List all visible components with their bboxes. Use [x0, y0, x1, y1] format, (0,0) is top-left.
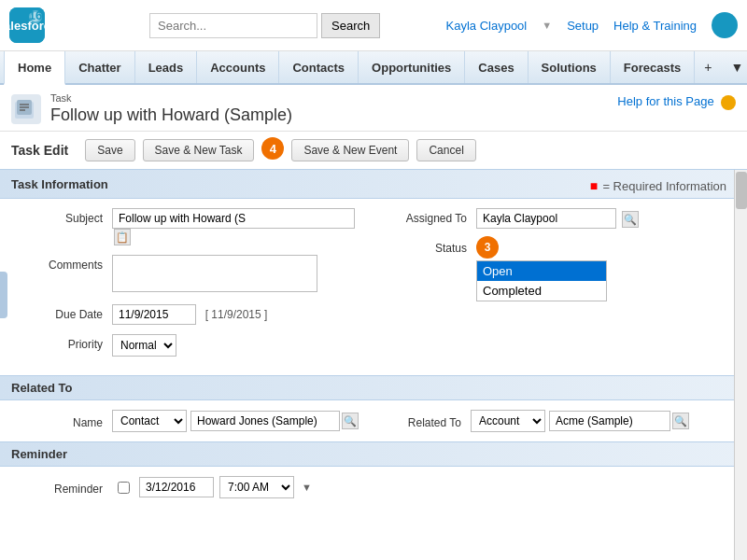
name-label: Name: [19, 413, 112, 429]
nav-item-solutions[interactable]: Solutions: [529, 51, 611, 83]
save-button[interactable]: Save: [85, 139, 134, 161]
page-content: Task Follow up with Howard (Sample) Help…: [0, 85, 747, 560]
nav-item-home[interactable]: Home: [4, 51, 65, 85]
related-to-group: Related To Account 🔍: [377, 410, 689, 432]
form-col-right: Assigned To 🔍 Status 3 Open Completed: [364, 208, 728, 366]
name-group: Name Contact 🔍: [19, 410, 359, 432]
task-info-section-bar: Task Information ■ = Required Informatio…: [0, 169, 747, 199]
related-type-select[interactable]: Account: [471, 410, 545, 432]
form-col-left: Subject 📋 Comments Due Date [ 11/9/2015 …: [19, 208, 364, 366]
due-date-input[interactable]: [112, 304, 196, 325]
nav-chevron-button[interactable]: ▼: [721, 51, 747, 83]
task-info-form: Subject 📋 Comments Due Date [ 11/9/2015 …: [0, 199, 747, 375]
user-avatar: [712, 12, 738, 38]
setup-link[interactable]: Setup: [567, 19, 599, 33]
name-type-select[interactable]: Contact: [112, 410, 187, 432]
priority-row: Priority Normal: [19, 334, 364, 357]
logo-area: salesforce 16: [9, 7, 140, 43]
nav-item-contacts[interactable]: Contacts: [279, 51, 359, 83]
cancel-button[interactable]: Cancel: [416, 139, 475, 161]
status-option-completed[interactable]: Completed: [477, 281, 606, 301]
nav-bar: Home Chatter Leads Accounts Contacts Opp…: [0, 51, 747, 85]
comments-textarea[interactable]: [112, 255, 317, 292]
status-row: Status 3 Open Completed: [383, 238, 728, 301]
reminder-time-select[interactable]: 7:00 AM: [219, 476, 294, 498]
required-info: ■ = Required Information: [590, 178, 736, 193]
nav-item-opportunities[interactable]: Opportunities: [359, 51, 465, 83]
due-date-value: [ 11/9/2015 ]: [112, 304, 364, 325]
user-name[interactable]: Kayla Claypool: [446, 19, 528, 33]
due-date-bracket: [ 11/9/2015 ]: [205, 308, 268, 321]
status-listbox[interactable]: Open Completed: [476, 260, 607, 301]
search-button[interactable]: Search: [321, 13, 380, 38]
priority-select[interactable]: Normal: [112, 334, 176, 357]
reminder-section-bar: Reminder: [0, 441, 747, 467]
reminder-date-input[interactable]: [139, 477, 214, 497]
reminder-time-chevron[interactable]: ▼: [302, 482, 312, 493]
related-to-section-bar: Related To: [0, 375, 747, 400]
help-icon: [721, 95, 736, 110]
header-right: Kayla Claypool ▼ Setup Help & Training: [446, 12, 738, 38]
related-to-form: Name Contact 🔍 Related To Account 🔍: [0, 400, 747, 441]
reminder-label: Reminder: [19, 479, 112, 496]
scroll-thumb[interactable]: [736, 172, 747, 209]
subject-row: Subject 📋: [19, 208, 364, 245]
related-to-label: Related To: [377, 413, 471, 429]
assigned-to-row: Assigned To 🔍: [383, 208, 728, 229]
subject-lookup-icon[interactable]: 📋: [114, 229, 131, 245]
nav-item-forecasts[interactable]: Forecasts: [611, 51, 695, 83]
subject-label: Subject: [19, 208, 112, 225]
task-edit-label: Task Edit: [11, 143, 68, 158]
save-new-event-button[interactable]: Save & New Event: [291, 139, 409, 161]
name-input[interactable]: [190, 411, 340, 431]
related-value-input[interactable]: [549, 411, 670, 431]
assigned-to-label: Assigned To: [383, 208, 476, 225]
nav-item-leads[interactable]: Leads: [135, 51, 198, 83]
status-label: Status: [383, 238, 476, 255]
page-main-title: Follow up with Howard (Sample): [50, 105, 292, 125]
comments-label: Comments: [19, 255, 112, 272]
related-lookup-icon[interactable]: 🔍: [672, 413, 689, 429]
subject-value: 📋: [112, 208, 364, 245]
badge-4: 4: [261, 137, 284, 160]
reminder-form: Reminder 7:00 AM ▼: [0, 467, 747, 508]
name-lookup-icon[interactable]: 🔍: [342, 413, 359, 429]
breadcrumb: Task: [50, 92, 292, 104]
task-info-title: Task Information: [11, 177, 108, 191]
side-indicator: [0, 272, 7, 318]
badge-3: 3: [476, 236, 499, 259]
salesforce-logo-icon: salesforce 16: [9, 7, 45, 43]
top-header: salesforce 16 Search Kayla Claypool ▼ Se…: [0, 0, 747, 51]
nav-item-accounts[interactable]: Accounts: [197, 51, 279, 83]
reminder-checkbox[interactable]: [118, 482, 130, 494]
related-to-title: Related To: [11, 381, 73, 395]
nav-plus-button[interactable]: +: [695, 51, 721, 83]
nav-item-chatter[interactable]: Chatter: [65, 51, 135, 83]
status-option-open[interactable]: Open: [477, 261, 606, 281]
required-star: ■: [590, 178, 598, 193]
comments-row: Comments: [19, 255, 364, 295]
comments-value: [112, 255, 364, 295]
help-page-link[interactable]: Help for this Page: [617, 94, 736, 110]
reminder-title: Reminder: [11, 447, 67, 461]
priority-label: Priority: [19, 334, 112, 351]
page-title-area: Task Follow up with Howard (Sample) Help…: [0, 85, 747, 132]
assigned-to-input[interactable]: [476, 208, 616, 229]
help-training-link[interactable]: Help & Training: [613, 19, 697, 33]
status-value: 3 Open Completed: [476, 238, 728, 301]
search-input[interactable]: [149, 13, 317, 38]
task-edit-header: Task Edit Save Save & New Task 4 Save & …: [0, 132, 747, 169]
priority-value: Normal: [112, 334, 364, 357]
page-title-container: Task Follow up with Howard (Sample): [50, 92, 292, 125]
search-area: Search: [149, 13, 383, 38]
due-date-row: Due Date [ 11/9/2015 ]: [19, 304, 364, 325]
scroll-track: [734, 170, 747, 560]
save-new-task-button[interactable]: Save & New Task: [143, 139, 255, 161]
subject-input[interactable]: [112, 208, 355, 229]
nav-item-cases[interactable]: Cases: [465, 51, 528, 83]
assigned-lookup-icon[interactable]: 🔍: [622, 211, 639, 228]
page-icon: [11, 94, 41, 124]
related-to-row: Name Contact 🔍 Related To Account 🔍: [19, 410, 728, 432]
due-date-label: Due Date: [19, 304, 112, 321]
assigned-to-value: 🔍: [476, 208, 728, 229]
